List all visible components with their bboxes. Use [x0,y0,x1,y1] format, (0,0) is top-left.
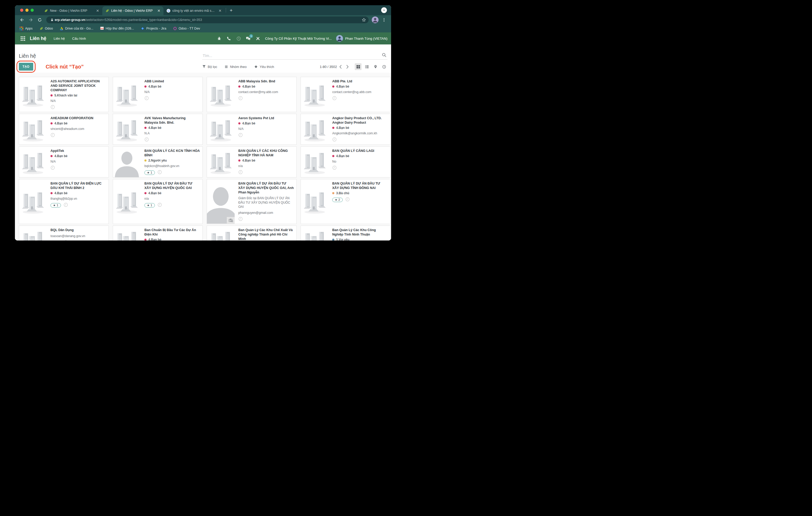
pager-previous-icon[interactable] [337,65,344,69]
activity-clock-icon[interactable] [64,240,68,241]
tab-close-icon[interactable]: ✕ [95,9,100,12]
activity-view-button[interactable] [381,63,387,70]
pager-next-icon[interactable] [344,65,351,69]
map-view-button[interactable] [372,63,379,70]
activity-clock-icon[interactable] [51,133,55,138]
control-panel-bottom: TẠO Click nút “Tạo” Bộ lọc Nhóm theo Yêu… [15,61,391,73]
contact-card[interactable]: Ban Chuẩn Bị Đầu Tư Các Dự Án Điện Khí 4… [113,225,203,241]
contact-card[interactable]: BAN QUẢN LÝ DỰ ÁN ĐẦU TƯ XÂY DỰNG HUYỆN … [113,179,203,224]
activity-clock-icon[interactable] [236,36,241,41]
contact-card[interactable]: BAN QUẢN LÝ CÁC KCN TỈNH HÒA BÌNH 2.Ngườ… [113,146,203,178]
contact-card[interactable]: BAN QUẢN LÝ CẢNG LAGI 4.Bạn bè No ★ [300,146,390,178]
contact-card[interactable]: A2S AUTOMATIC APPLICATION AND SERVICE JO… [19,77,109,112]
profile-avatar[interactable] [371,16,379,24]
window-zoom-button[interactable] [31,9,34,12]
activity-clock-icon[interactable] [64,203,68,208]
activity-clock-icon[interactable] [157,203,162,208]
bookmark-item[interactable]: Drive của tôi - Go... [60,27,93,30]
status-dot [332,155,334,157]
debug-bug-icon[interactable] [216,36,222,41]
contact-card[interactable]: BQL Dân Dụng toasoan@danang.gov.vn ★1 [19,225,109,241]
browser-tab[interactable]: New - Odoo | VietAn ERP ✕ [41,6,102,15]
activity-clock-icon[interactable] [238,96,243,101]
contact-card[interactable]: Aeron Systems Pvt Ltd 4.Bạn bè N/A ★ [207,114,297,145]
rating-badge[interactable]: ★1 [144,171,155,175]
tab-title: công ty việt an enviro mã số th [172,9,216,12]
company-buildings-image [21,189,46,214]
contact-card[interactable]: BAN QUẢN LÝ DỰ ÁN ĐẦU TƯ XÂY DỰNG HUYỆN … [207,179,297,224]
bookmark-item[interactable]: Apps [20,27,33,30]
contact-card[interactable]: AppliTek 4.Bạn bè N/A ★ [19,146,109,178]
activity-clock-icon[interactable] [332,137,337,143]
activity-clock-icon[interactable] [238,170,243,175]
contact-name: BAN QUẢN LÝ CÁC KHU CÔNG NGHIỆP TỈNH HÀ … [238,149,294,158]
list-view-button[interactable] [364,63,370,70]
contact-card[interactable]: BAN QUẢN LÝ CÁC KHU CÔNG NGHIỆP TỈNH HÀ … [207,146,297,178]
filters-button[interactable]: Bộ lọc [202,65,217,69]
activity-clock-icon[interactable] [144,96,149,101]
search-input[interactable] [203,54,382,58]
tab-close-icon[interactable]: ✕ [218,9,222,12]
address-bar[interactable]: erp.vietan-group.vn/web#action=526&model… [46,17,369,23]
browser-menu-icon[interactable] [380,16,388,24]
group-by-button[interactable]: Nhóm theo [225,65,247,69]
favorites-button[interactable]: Yêu thích [254,65,274,69]
status-dot [144,159,146,161]
contact-card[interactable]: AHEADIUM CORPORATION 4.Bạn bè vincent@ah… [19,114,109,145]
apps-menu-icon[interactable] [21,36,25,41]
window-close-button[interactable] [20,9,23,12]
forward-icon[interactable] [27,16,35,24]
phone-icon[interactable] [226,36,232,41]
tab-close-icon[interactable]: ✕ [157,9,161,12]
contact-email: n/a [238,164,294,168]
activity-clock-icon[interactable] [157,170,162,175]
rating-badge[interactable]: ★2 [332,198,343,202]
edit-photo-camera-icon[interactable] [227,217,235,224]
user-menu[interactable]: Phan Thanh Tùng (VIETAN) [336,35,387,42]
bookmark-item[interactable]: Projects - Jira [141,27,166,30]
contact-card[interactable]: ABB Pte. Ltd 4.Bạn bè contact.center@sg.… [300,77,390,112]
window-minimize-button[interactable] [25,9,29,12]
kanban-view-button[interactable] [355,63,361,70]
activity-clock-icon[interactable] [332,96,337,101]
contact-card[interactable]: BAN QUẢN LÝ DỰ ÁN ĐẦU TƯ XÂY DỰNG TỈNH Đ… [300,179,390,224]
browser-tab[interactable]: G công ty việt an enviro mã số th ✕ [164,6,225,15]
rating-badge[interactable]: ★1 [144,203,155,208]
activity-clock-icon[interactable] [332,165,337,171]
messages-icon[interactable]: 1 [245,36,251,41]
contact-card[interactable]: AVK Valves Manufacturing Malaysia Sdn. B… [113,114,203,145]
browser-tab[interactable]: Liên hệ - Odoo | VietAn ERP ✕ [102,6,164,15]
bookmark-item[interactable]: Odoo [39,27,53,30]
bookmark-item[interactable]: Odoo - TT Dev [173,27,200,30]
bookmark-item[interactable]: Hộp thư đến (326... [100,27,134,30]
tab-search-icon[interactable]: ▼ [381,7,387,13]
contact-name: BAN QUẢN LÝ DỰ ÁN ĐIỆN LỰC DẦU KHÍ THÁI … [51,181,106,190]
activity-clock-icon[interactable] [51,165,55,171]
tools-icon[interactable] [255,36,261,41]
contact-card[interactable]: Angkor Dairy Product CO., LTD. Angkor Da… [300,114,390,145]
back-icon[interactable] [18,16,26,24]
menu-config[interactable]: Cấu hình [72,37,86,40]
reload-icon[interactable] [36,16,44,24]
contact-card[interactable]: ABB Limited 4.Bạn bè N/A ★ [113,77,203,112]
menu-contacts[interactable]: Liên hệ [54,37,65,40]
search-box[interactable] [202,53,387,60]
contact-card[interactable]: Ban Quản Lý Các Khu Chế Xuất Và Công ngh… [207,225,297,241]
contact-card[interactable]: Ban Quản Lý Các Khu Công Nghiệp Tỉnh Nin… [300,225,390,241]
rating-badge[interactable]: ★1 [51,203,61,208]
bookmark-star-icon[interactable] [362,18,366,22]
company-switcher[interactable]: Công Ty Cổ Phần Kỹ Thuật Môi Trường Vi..… [265,37,332,40]
activity-clock-icon[interactable] [144,137,149,143]
contact-card[interactable]: ABB Malaysia Sdn. Bnd 4.Bạn bè contact.c… [207,77,297,112]
control-panel-top: Liên hệ [15,44,391,61]
contact-status: 4.Bạn bè [238,85,294,88]
search-icon[interactable] [382,53,386,58]
activity-clock-icon[interactable] [238,133,243,138]
create-button[interactable]: TẠO [19,63,33,70]
activity-clock-icon[interactable] [345,197,350,203]
new-tab-button[interactable]: + [227,8,235,13]
contact-card[interactable]: BAN QUẢN LÝ DỰ ÁN ĐIỆN LỰC DẦU KHÍ THÁI … [19,179,109,224]
activity-clock-icon[interactable] [238,217,243,222]
tab-list: New - Odoo | VietAn ERP ✕ Liên hệ - Odoo… [41,6,225,15]
activity-clock-icon[interactable] [51,105,55,110]
